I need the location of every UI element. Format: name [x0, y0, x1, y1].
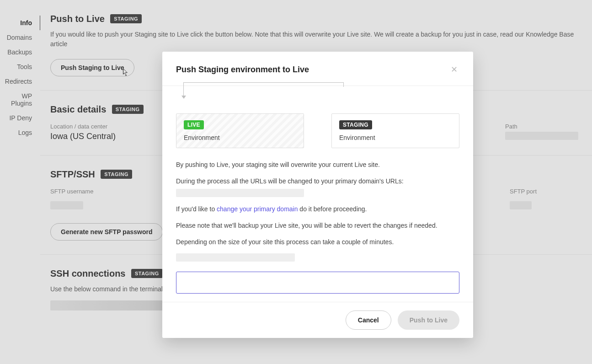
confirmation-input[interactable] — [176, 272, 459, 294]
primary-domain-redacted — [176, 189, 304, 197]
cancel-button[interactable]: Cancel — [346, 310, 391, 330]
staging-tag: STAGING — [339, 120, 372, 129]
close-icon[interactable]: ✕ — [449, 64, 459, 75]
modal-body: LIVE Environment STAGING Environment By … — [162, 86, 473, 302]
modal-text-fragment: If you'd like to — [176, 205, 217, 213]
modal-text-backup: Please note that we'll backup your Live … — [176, 221, 459, 231]
confirmation-hint-redacted — [176, 253, 295, 262]
modal-text-fragment: do it before proceeding. — [298, 205, 367, 213]
push-to-live-button[interactable]: Push to Live — [398, 310, 459, 330]
live-tag: LIVE — [184, 120, 204, 129]
change-primary-domain-link[interactable]: change your primary domain — [217, 205, 298, 213]
modal-title: Push Staging environment to Live — [176, 65, 449, 75]
modal-footer: Cancel Push to Live — [162, 302, 473, 338]
modal-header: Push Staging environment to Live ✕ — [162, 52, 473, 86]
modal-text-urls: During the process all the URLs will be … — [176, 177, 459, 187]
modal-text-change-domain: If you'd like to change your primary dom… — [176, 204, 459, 214]
live-environment-card: LIVE Environment — [176, 113, 304, 148]
live-env-label: Environment — [184, 134, 296, 141]
modal-text-overwrite: By pushing to Live, your staging site wi… — [176, 160, 459, 170]
staging-environment-card: STAGING Environment — [331, 113, 459, 148]
push-to-live-modal: Push Staging environment to Live ✕ LIVE … — [162, 52, 473, 338]
staging-env-label: Environment — [339, 134, 452, 141]
modal-text-duration: Depending on the size of your site this … — [176, 237, 459, 247]
environment-row: LIVE Environment STAGING Environment — [176, 113, 459, 148]
flow-arrow-icon — [183, 82, 344, 98]
